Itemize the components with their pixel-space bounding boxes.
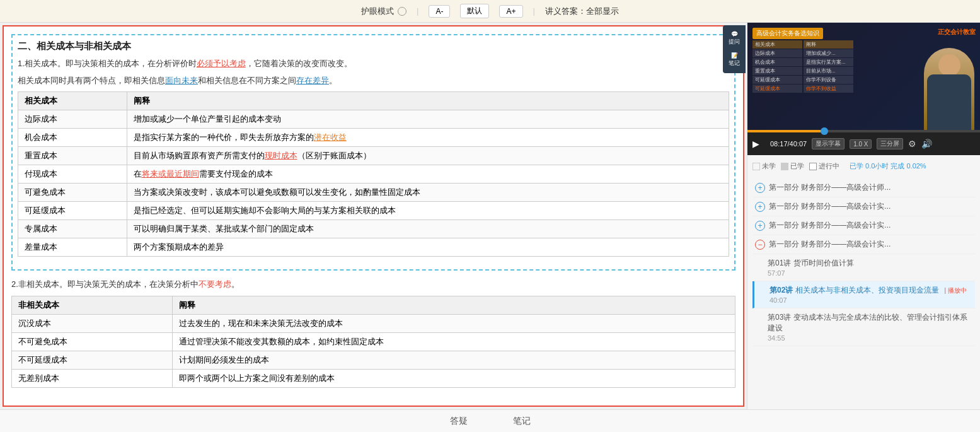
- answer-label: 讲义答案：全部显示: [545, 6, 619, 17]
- content-area: 二、相关成本与非相关成本 1.相关成本。即与决策相关的成本，在分析评价时必须予以…: [3, 25, 744, 407]
- speaker-figure: [924, 48, 974, 130]
- completed-label: 已学 0.0小时 完成 0.02%: [850, 161, 926, 171]
- table-row: 不可避免成本通过管理决策不能改变其数额的成本，如约束性固定成本: [12, 333, 735, 351]
- current-time: 08:17: [770, 140, 788, 148]
- video-title: 高级会计实务备选知识: [752, 28, 823, 39]
- table-row: 无差别成本即两个或两个以上方案之间没有差别的成本: [12, 370, 735, 388]
- font-increase-btn[interactable]: A+: [499, 5, 522, 18]
- sep1: |: [417, 6, 418, 16]
- notes-icon-btn[interactable]: 📝 笔记: [725, 50, 744, 69]
- ask-label: 提问: [729, 38, 740, 46]
- notes-label: 笔记: [729, 59, 740, 67]
- not-studied-label: 未学: [762, 161, 776, 171]
- not-studied-box: [752, 163, 760, 170]
- table-row: 付现成本在将来或最近期间需要支付现金的成本: [18, 165, 729, 183]
- para1-part2: ，它随着决策的改变而改变。: [246, 59, 352, 68]
- total-time: 40:07: [790, 140, 807, 148]
- notes-icon: 📝: [731, 52, 738, 59]
- play-button[interactable]: ▶: [752, 137, 765, 150]
- para2-highlight1: 面向未来: [165, 76, 198, 85]
- para2-part1: 相关成本同时具有两个特点，即相关信息: [18, 76, 165, 85]
- answer-toggle[interactable]: 讲义答案：全部显示: [545, 6, 619, 17]
- para1: 1.相关成本。即与决策相关的成本，在分析评价时必须予以考虑，它随着决策的改变而改…: [18, 57, 729, 71]
- toolbar: 护眼模式 | A- 默认 A+ | 讲义答案：全部显示: [0, 0, 980, 23]
- chapters-list: +第一部分 财务部分——高级会计师...+第一部分 财务部分——高级会计实...…: [752, 178, 975, 254]
- related-cost-section: 二、相关成本与非相关成本 1.相关成本。即与决策相关的成本，在分析评价时必须予以…: [11, 34, 735, 271]
- table-row: 可避免成本当方案或决策改变时，该成本可以避免或数额可以发生变化，如酌量性固定成本: [18, 183, 729, 201]
- table-row: 可延缓成本是指已经选定、但可以延期实施却不会影响大局的与某方案相关联的成本: [18, 201, 729, 219]
- right-sidebar: 高级会计实务备选知识 正交会计教室 相关成本 阐释 边际成本 增加或减少... …: [747, 23, 980, 409]
- chapter-item[interactable]: +第一部分 财务部分——高级会计实...: [752, 197, 975, 216]
- qa-tab[interactable]: 答疑: [440, 413, 478, 429]
- studied-box: [781, 163, 788, 170]
- layout-btn[interactable]: 三分屏: [877, 138, 903, 149]
- chapter-expand-icon: +: [755, 202, 765, 212]
- para1-highlight1: 必须予以考虑: [197, 59, 246, 68]
- in-progress-legend: 进行中: [809, 161, 839, 171]
- para3-highlight1: 不要考虑: [199, 279, 231, 289]
- main-layout: 二、相关成本与非相关成本 1.相关成本。即与决策相关的成本，在分析评价时必须予以…: [0, 23, 980, 409]
- para3-part1: 2.非相关成本。即与决策无关的成本，在决策分析中: [11, 279, 199, 289]
- lesson-item[interactable]: 第03讲 变动成本法与完全成本法的比较、管理会计指引体系建设34:55: [752, 308, 975, 346]
- chapter-title: 第一部分 财务部分——高级会计实...: [769, 201, 972, 212]
- notes-tab[interactable]: 笔记: [503, 413, 541, 429]
- video-progress-bar[interactable]: [747, 130, 980, 132]
- table-row: 专属成本可以明确归属于某类、某批或某个部门的固定成本: [18, 219, 729, 238]
- volume-icon[interactable]: 🔊: [921, 139, 932, 149]
- section-title: 二、相关成本与非相关成本: [18, 40, 729, 52]
- speed-btn[interactable]: 1.0 X: [850, 139, 872, 149]
- video-controls: ▶ 08:17/40:07 显示字幕 1.0 X 三分屏 ⚙ 🔊: [747, 132, 980, 155]
- font-decrease-btn[interactable]: A-: [429, 5, 450, 18]
- sep2: |: [533, 6, 535, 16]
- font-default-btn[interactable]: 默认: [460, 4, 489, 18]
- chapter-item[interactable]: +第一部分 财务部分——高级会计实...: [752, 216, 975, 235]
- eye-mode-toggle[interactable]: 护眼模式: [361, 6, 406, 17]
- chapter-item[interactable]: −第一部分 财务部分——高级会计实...: [752, 235, 975, 254]
- para2: 相关成本同时具有两个特点，即相关信息面向未来和相关信息在不同方案之间存在差异。: [18, 74, 729, 88]
- in-progress-label: 进行中: [819, 161, 839, 171]
- table-row: 机会成本是指实行某方案的一种代价，即失去所放弃方案的潜在收益: [18, 128, 729, 146]
- video-time: 08:17/40:07: [770, 140, 807, 148]
- non-related-cost-table: 非相关成本阐释沉没成本过去发生的，现在和未来决策无法改变的成本不可避免成本通过管…: [11, 296, 735, 388]
- chat-icon: 💬: [731, 31, 738, 37]
- eye-mode-label: 护眼模式: [361, 6, 394, 17]
- in-progress-box: [809, 163, 817, 170]
- ask-icon-btn[interactable]: 💬 提问: [725, 29, 744, 48]
- speaker-body: [927, 74, 971, 130]
- speaker-head: [938, 54, 960, 76]
- studied-label: 已学: [790, 161, 804, 171]
- para1-part1: 1.相关成本。即与决策相关的成本，在分析评价时: [18, 59, 197, 68]
- lesson-item[interactable]: 第01讲 货币时间价值计算57:07: [752, 254, 975, 281]
- right-panel-content: 未学 已学 进行中 已学 0.0小时 完成 0.02% +第一部分 财务部分——…: [747, 155, 980, 409]
- toggle-circle-icon: [398, 7, 406, 16]
- lesson-meta: 40:07: [770, 296, 970, 304]
- video-table-overlay: 相关成本 阐释 边际成本 增加或减少... 机会成本 是指实行某方案... 重置…: [752, 40, 853, 93]
- para2-part2: 和相关信息在不同方案之间: [198, 76, 296, 85]
- chapter-expand-icon: +: [755, 183, 765, 193]
- para3-part2: 。: [231, 279, 239, 289]
- subtitle-btn[interactable]: 显示字幕: [812, 138, 845, 149]
- bottom-tabs: 答疑 笔记: [0, 409, 980, 432]
- lesson-title-line: 第02讲 相关成本与非相关成本、投资项目现金流量 | 播放中: [770, 285, 970, 296]
- para2-highlight2: 存在差异: [296, 76, 329, 85]
- video-area: 高级会计实务备选知识 正交会计教室 相关成本 阐释 边际成本 增加或减少... …: [747, 23, 980, 155]
- lesson-meta: 34:55: [768, 334, 970, 342]
- chapter-expand-icon: +: [755, 221, 765, 231]
- progress-legend: 未学 已学 进行中 已学 0.0小时 完成 0.02%: [752, 159, 975, 173]
- chapter-title: 第一部分 财务部分——高级会计实...: [769, 220, 972, 231]
- lessons-list: 第01讲 货币时间价值计算57:07第02讲 相关成本与非相关成本、投资项目现金…: [752, 254, 975, 346]
- lesson-meta: 57:07: [768, 269, 970, 277]
- table-row: 沉没成本过去发生的，现在和未来决策无法改变的成本: [12, 315, 735, 333]
- related-cost-table: 相关成本阐释边际成本增加或减少一个单位产量引起的成本变动机会成本是指实行某方案的…: [18, 91, 729, 257]
- playing-badge: | 播放中: [943, 287, 967, 294]
- chapter-item[interactable]: +第一部分 财务部分——高级会计师...: [752, 178, 975, 197]
- lesson-title-line: 第03讲 变动成本法与完全成本法的比较、管理会计指引体系建设: [768, 312, 970, 334]
- settings-icon[interactable]: ⚙: [908, 139, 916, 149]
- sidebar-icon-panel: 💬 提问 📝 笔记: [723, 25, 746, 73]
- video-thumbnail: 高级会计实务备选知识 正交会计教室 相关成本 阐释 边际成本 增加或减少... …: [747, 23, 980, 130]
- lesson-item[interactable]: 第02讲 相关成本与非相关成本、投资项目现金流量 | 播放中40:07: [752, 281, 975, 308]
- video-brand: 正交会计教室: [938, 28, 976, 37]
- para3: 2.非相关成本。即与决策无关的成本，在决策分析中不要考虑。: [11, 278, 735, 291]
- video-progress-dot: [821, 127, 828, 135]
- table-row: 不可延缓成本计划期间必须发生的成本: [12, 351, 735, 370]
